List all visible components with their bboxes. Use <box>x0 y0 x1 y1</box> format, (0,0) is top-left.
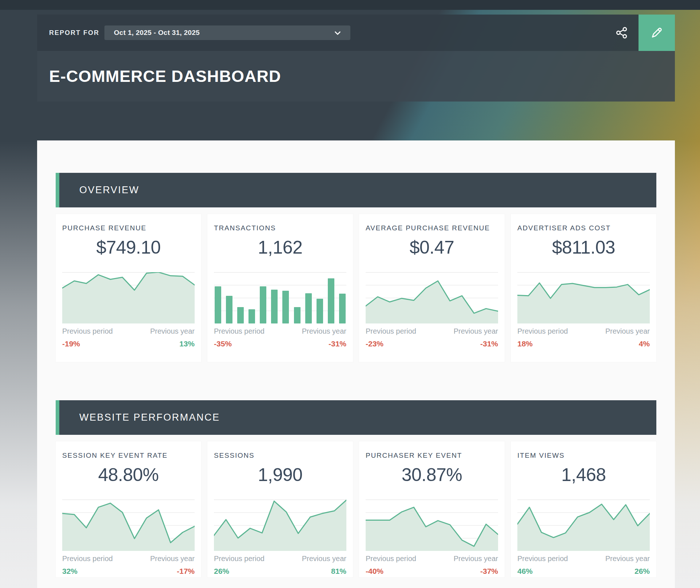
metric-title: SESSIONS <box>214 451 346 460</box>
previous-year-label: Previous year <box>605 327 650 335</box>
chevron-down-icon <box>334 29 342 37</box>
previous-period-value: 18% <box>517 339 533 349</box>
compare-labels: Previous period Previous year <box>214 554 346 563</box>
metric-card: PURCHASE REVENUE $749.10 Previous period… <box>56 214 201 362</box>
bar <box>328 278 334 323</box>
previous-period-label: Previous period <box>517 554 568 563</box>
metric-card: PURCHASER KEY EVENT 30.87% Previous peri… <box>359 441 505 577</box>
sparkline-chart <box>517 272 650 323</box>
report-for-label: REPORT FOR <box>49 29 99 37</box>
metric-title: AVERAGE PURCHASE REVENUE <box>366 224 498 233</box>
section-title: OVERVIEW <box>79 184 139 196</box>
compare-labels: Previous period Previous year <box>62 554 195 563</box>
previous-period-label: Previous period <box>366 554 416 563</box>
metric-value: 48.80% <box>62 465 195 485</box>
metric-card: ITEM VIEWS 1,468 Previous period Previou… <box>511 441 656 577</box>
metric-title: TRANSACTIONS <box>214 224 346 233</box>
previous-year-value: -31% <box>480 339 498 349</box>
metric-title: SESSION KEY EVENT RATE <box>62 451 195 460</box>
previous-period-value: -23% <box>366 339 383 349</box>
bar <box>226 296 232 323</box>
chart-plot <box>517 500 650 551</box>
previous-period-value: 32% <box>62 567 77 576</box>
chart-plot <box>366 500 498 551</box>
top-strip <box>0 0 700 10</box>
metric-value: $0.47 <box>366 238 498 257</box>
section-header-website-performance: WEBSITE PERFORMANCE <box>56 400 656 435</box>
metric-card: SESSIONS 1,990 Previous period Previous … <box>207 441 353 577</box>
previous-year-value: -17% <box>177 567 195 576</box>
sparkline-area <box>366 500 498 551</box>
compare-labels: Previous period Previous year <box>517 554 650 563</box>
metric-card: ADVERTISER ADS COST $811.03 Previous per… <box>511 214 656 362</box>
previous-year-label: Previous year <box>150 554 195 563</box>
sparkline-chart <box>517 500 650 551</box>
bar <box>215 286 221 323</box>
bar <box>294 307 301 323</box>
previous-period-label: Previous period <box>62 554 113 563</box>
section-website-performance: WEBSITE PERFORMANCE SESSION KEY EVENT RA… <box>56 400 656 577</box>
page-title: E-COMMERCE DASHBOARD <box>49 67 281 86</box>
bar <box>271 290 278 323</box>
previous-year-label: Previous year <box>150 327 195 335</box>
previous-year-label: Previous year <box>454 554 498 563</box>
bar <box>339 294 346 323</box>
sparkline-area <box>517 500 650 551</box>
compare-labels: Previous period Previous year <box>366 327 498 335</box>
date-range-value: Oct 1, 2025 - Oct 31, 2025 <box>114 29 200 37</box>
sparkline-chart <box>366 272 498 323</box>
share-button[interactable] <box>605 15 639 51</box>
sparkline-chart <box>214 500 346 551</box>
previous-period-value: 26% <box>214 567 229 576</box>
compare-values: 32% -17% <box>62 567 195 576</box>
previous-period-value: 46% <box>517 567 533 576</box>
compare-values: -35% -31% <box>214 339 346 349</box>
metric-value: 1,468 <box>517 465 650 485</box>
metric-title: PURCHASE REVENUE <box>62 224 195 233</box>
metric-value: 1,162 <box>214 238 346 257</box>
previous-year-value: 26% <box>635 567 650 576</box>
chart-plot <box>366 272 498 323</box>
chart-plot <box>62 500 195 551</box>
sparkline-area <box>62 500 195 551</box>
previous-year-label: Previous year <box>454 327 498 335</box>
previous-year-value: 4% <box>639 339 650 349</box>
metric-value: $749.10 <box>62 238 195 257</box>
previous-period-label: Previous period <box>517 327 568 335</box>
compare-labels: Previous period Previous year <box>517 327 650 335</box>
previous-year-value: 81% <box>331 567 346 576</box>
chart-plot <box>214 500 346 551</box>
previous-period-value: -40% <box>366 567 383 576</box>
previous-period-label: Previous period <box>214 327 265 335</box>
metric-title: ITEM VIEWS <box>517 451 650 460</box>
compare-values: -40% -37% <box>366 567 498 576</box>
bar <box>317 299 323 323</box>
compare-values: 46% 26% <box>517 567 650 576</box>
sparkline-chart <box>62 272 195 323</box>
previous-year-value: 13% <box>179 339 195 349</box>
bar <box>237 307 244 323</box>
metric-card: AVERAGE PURCHASE REVENUE $0.47 Previous … <box>359 214 505 362</box>
previous-year-value: -37% <box>480 567 498 576</box>
compare-values: 18% 4% <box>517 339 650 349</box>
bar <box>248 309 255 323</box>
metric-value: 30.87% <box>366 465 498 485</box>
date-range-dropdown[interactable]: Oct 1, 2025 - Oct 31, 2025 <box>104 25 350 40</box>
sparkline-chart <box>214 272 346 323</box>
sparkline-area <box>517 272 650 323</box>
previous-year-label: Previous year <box>302 554 346 563</box>
overview-cards: PURCHASE REVENUE $749.10 Previous period… <box>56 214 656 362</box>
chart-plot <box>62 272 195 323</box>
metric-value: $811.03 <box>517 238 650 257</box>
dashboard-frame: REPORT FOR Oct 1, 2025 - Oct 31, 2025 E-… <box>37 15 675 588</box>
compare-values: 26% 81% <box>214 567 346 576</box>
previous-year-label: Previous year <box>605 554 650 563</box>
metric-card: SESSION KEY EVENT RATE 48.80% Previous p… <box>56 441 201 577</box>
edit-button[interactable] <box>639 15 675 51</box>
metric-title: ADVERTISER ADS COST <box>517 224 650 233</box>
sparkline-area <box>214 500 346 551</box>
compare-values: -19% 13% <box>62 339 195 349</box>
chart-plot <box>517 272 650 323</box>
compare-labels: Previous period Previous year <box>62 327 195 335</box>
previous-period-label: Previous period <box>214 554 265 563</box>
